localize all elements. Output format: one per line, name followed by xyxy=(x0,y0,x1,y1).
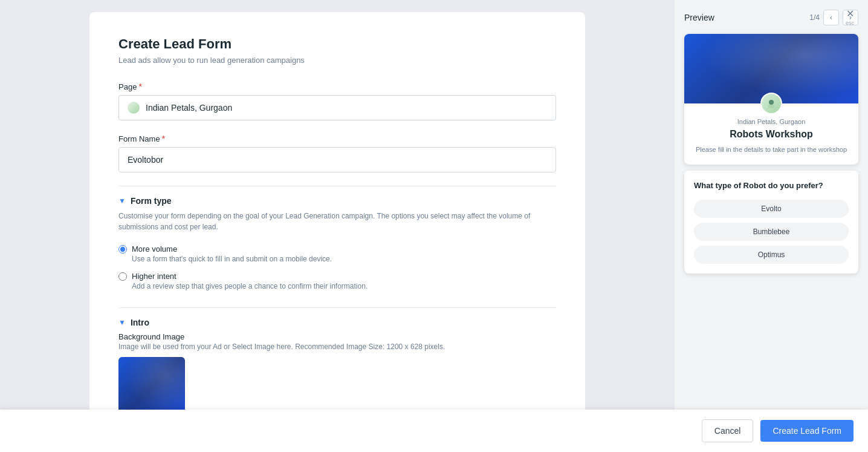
svg-point-1 xyxy=(768,105,775,108)
required-indicator-2: * xyxy=(162,134,165,143)
radio-higher-intent[interactable] xyxy=(118,272,127,281)
form-type-title: Form type xyxy=(131,196,172,206)
page-subtitle: Lead ads allow you to run lead generatio… xyxy=(118,56,556,65)
preview-header: Preview 1/4 ‹ › xyxy=(684,10,858,25)
bg-image-label: Background Image xyxy=(118,332,556,341)
bg-image-field: Background Image Image will be used from… xyxy=(118,332,556,418)
preview-pagination: 1/4 xyxy=(809,13,820,22)
form-type-desc: Customise your form depending on the goa… xyxy=(118,211,556,232)
form-type-section: ▼ Form type Customise your form dependin… xyxy=(118,196,556,290)
create-lead-form-button[interactable]: Create Lead Form xyxy=(760,420,853,442)
form-container: Create Lead Form Lead ads allow you to r… xyxy=(89,12,585,440)
radio-higher-intent-desc: Add a review step that gives people a ch… xyxy=(132,282,556,290)
preview-content: Indian Petals, Gurgaon Robots Workshop P… xyxy=(684,34,858,452)
preview-question-title: What type of Robot do you prefer? xyxy=(694,180,849,191)
logo-icon xyxy=(765,97,777,110)
footer-bar: Cancel Create Lead Form xyxy=(0,410,868,452)
radio-more-volume-label: More volume xyxy=(132,244,177,254)
preview-logo-wrap xyxy=(760,93,782,114)
preview-logo xyxy=(760,93,782,114)
preview-option-bumblebee[interactable]: Bumblebee xyxy=(694,223,849,241)
page-input[interactable]: Indian Petals, Gurgaon xyxy=(118,95,556,120)
preview-title: Preview xyxy=(684,13,714,22)
radio-label-higher-intent[interactable]: Higher intent xyxy=(118,272,556,281)
preview-option-optimus[interactable]: Optimus xyxy=(694,246,849,264)
radio-item-higher-intent: Higher intent Add a review step that giv… xyxy=(118,272,556,290)
intro-section: ▼ Intro Background Image Image will be u… xyxy=(118,307,556,418)
svg-point-0 xyxy=(769,100,774,105)
radio-item-more-volume: More volume Use a form that's quick to f… xyxy=(118,244,556,263)
preview-form-desc: Please fill in the details to take part … xyxy=(694,145,849,155)
close-button[interactable]: ✕ esc xyxy=(841,8,858,25)
form-name-input[interactable] xyxy=(118,147,556,172)
radio-more-volume-desc: Use a form that's quick to fill in and s… xyxy=(132,255,556,263)
radio-more-volume[interactable] xyxy=(118,245,127,254)
collapse-icon-intro[interactable]: ▼ xyxy=(118,318,126,327)
esc-label: esc xyxy=(846,20,854,26)
intro-header: ▼ Intro xyxy=(118,318,556,327)
cancel-button[interactable]: Cancel xyxy=(702,419,754,442)
preview-prev-button[interactable]: ‹ xyxy=(823,10,839,25)
preview-card-intro: Indian Petals, Gurgaon Robots Workshop P… xyxy=(684,34,858,165)
close-icon: ✕ xyxy=(846,8,854,19)
preview-card-question: What type of Robot do you prefer? Evolto… xyxy=(684,171,858,273)
page-title: Create Lead Form xyxy=(118,36,556,52)
preview-form-title: Robots Workshop xyxy=(694,129,849,140)
required-indicator: * xyxy=(138,82,141,91)
divider-2 xyxy=(118,307,556,308)
form-type-header: ▼ Form type xyxy=(118,196,556,206)
form-name-label: Form Name * xyxy=(118,134,556,143)
form-name-field-group: Form Name * xyxy=(118,134,556,172)
intro-title: Intro xyxy=(131,318,149,327)
preview-page-name: Indian Petals, Gurgaon xyxy=(694,118,849,125)
form-type-radio-group: More volume Use a form that's quick to f… xyxy=(118,244,556,290)
bg-image-desc: Image will be used from your Ad or Selec… xyxy=(118,342,556,351)
divider-1 xyxy=(118,186,556,186)
bg-image-preview[interactable] xyxy=(118,357,185,418)
preview-banner xyxy=(684,34,858,103)
page-icon xyxy=(128,102,140,114)
preview-option-evolto[interactable]: Evolto xyxy=(694,200,849,218)
collapse-icon-form-type[interactable]: ▼ xyxy=(118,197,126,205)
page-field-group: Page * Indian Petals, Gurgaon xyxy=(118,82,556,120)
preview-panel: Preview 1/4 ‹ › ✕ esc xyxy=(675,0,868,452)
radio-label-more-volume[interactable]: More volume xyxy=(118,244,556,254)
page-field-label: Page * xyxy=(118,82,556,91)
radio-higher-intent-label: Higher intent xyxy=(132,272,177,281)
